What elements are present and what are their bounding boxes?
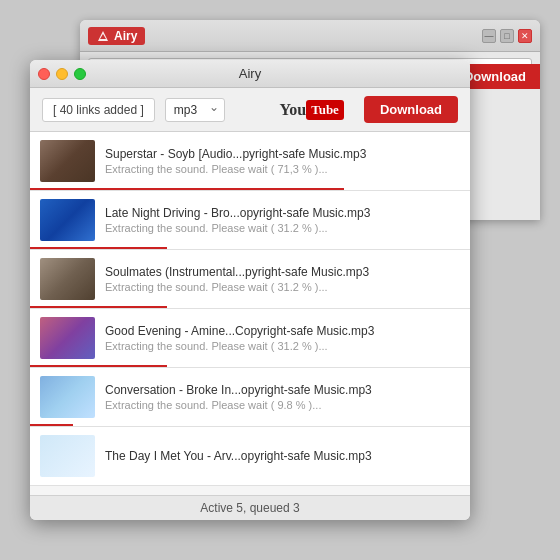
thumb-overlay	[40, 376, 95, 418]
track-status: Extracting the sound. Please wait ( 9.8 …	[105, 399, 460, 411]
track-list: Superstar - Soyb [Audio...pyright-safe M…	[30, 132, 470, 495]
close-traffic-light[interactable]	[38, 68, 50, 80]
airy-window: Airy [ 40 links added ] mp3 mp4 aac YouT…	[30, 60, 470, 520]
track-thumbnail	[40, 435, 95, 477]
track-thumbnail	[40, 199, 95, 241]
track-thumbnail	[40, 258, 95, 300]
thumb-overlay	[40, 435, 95, 477]
track-thumbnail	[40, 140, 95, 182]
track-info: The Day I Met You - Arv...opyright-safe …	[105, 449, 460, 463]
track-status: Extracting the sound. Please wait ( 31.2…	[105, 340, 460, 352]
airy-icon	[96, 29, 110, 43]
links-badge: [ 40 links added ]	[42, 98, 155, 122]
track-status: Extracting the sound. Please wait ( 71,3…	[105, 163, 460, 175]
track-item: Conversation - Broke In...opyright-safe …	[30, 368, 470, 427]
track-status: Extracting the sound. Please wait ( 31.2…	[105, 222, 460, 234]
browser-controls: — □ ✕	[482, 29, 532, 43]
minimize-traffic-light[interactable]	[56, 68, 68, 80]
format-selector-wrapper: mp3 mp4 aac	[165, 98, 225, 122]
airy-title: Airy	[239, 66, 261, 81]
track-title: Soulmates (Instrumental...pyright-safe M…	[105, 265, 460, 279]
track-status: Extracting the sound. Please wait ( 31.2…	[105, 281, 460, 293]
track-title: The Day I Met You - Arv...opyright-safe …	[105, 449, 460, 463]
track-title: Conversation - Broke In...opyright-safe …	[105, 383, 460, 397]
status-bar: Active 5, queued 3	[30, 495, 470, 520]
track-item: Superstar - Soyb [Audio...pyright-safe M…	[30, 132, 470, 191]
youtube-tube-text: Tube	[306, 100, 344, 120]
browser-maximize-btn[interactable]: □	[500, 29, 514, 43]
track-info: Good Evening - Amine...Copyright-safe Mu…	[105, 324, 460, 352]
track-title: Superstar - Soyb [Audio...pyright-safe M…	[105, 147, 460, 161]
track-title: Late Night Driving - Bro...opyright-safe…	[105, 206, 460, 220]
maximize-traffic-light[interactable]	[74, 68, 86, 80]
format-select[interactable]: mp3 mp4 aac	[165, 98, 225, 122]
track-thumbnail	[40, 376, 95, 418]
browser-app-badge[interactable]: Airy	[88, 27, 145, 45]
browser-close-btn[interactable]: ✕	[518, 29, 532, 43]
track-info: Late Night Driving - Bro...opyright-safe…	[105, 206, 460, 234]
traffic-lights	[38, 68, 86, 80]
airy-toolbar: [ 40 links added ] mp3 mp4 aac YouTube D…	[30, 88, 470, 132]
youtube-you-text: You	[279, 101, 306, 119]
track-item: Soulmates (Instrumental...pyright-safe M…	[30, 250, 470, 309]
thumb-overlay	[40, 199, 95, 241]
track-thumbnail	[40, 317, 95, 359]
browser-minimize-btn[interactable]: —	[482, 29, 496, 43]
browser-titlebar: Airy — □ ✕	[80, 20, 540, 52]
thumb-overlay	[40, 317, 95, 359]
airy-titlebar: Airy	[30, 60, 470, 88]
track-title: Good Evening - Amine...Copyright-safe Mu…	[105, 324, 460, 338]
browser-app-name: Airy	[114, 29, 137, 43]
track-info: Soulmates (Instrumental...pyright-safe M…	[105, 265, 460, 293]
youtube-logo: YouTube	[279, 100, 343, 120]
thumb-overlay	[40, 258, 95, 300]
track-info: Conversation - Broke In...opyright-safe …	[105, 383, 460, 411]
track-info: Superstar - Soyb [Audio...pyright-safe M…	[105, 147, 460, 175]
track-item: Good Evening - Amine...Copyright-safe Mu…	[30, 309, 470, 368]
track-item: Late Night Driving - Bro...opyright-safe…	[30, 191, 470, 250]
track-item: The Day I Met You - Arv...opyright-safe …	[30, 427, 470, 486]
download-button[interactable]: Download	[364, 96, 458, 123]
thumb-overlay	[40, 140, 95, 182]
